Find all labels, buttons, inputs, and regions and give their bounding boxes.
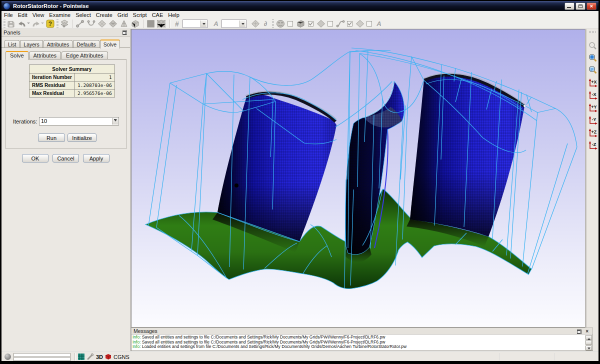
panels-header[interactable]: Panels [2,29,130,36]
messages-header[interactable]: Messages × [131,328,593,334]
menu-help[interactable]: Help [166,12,182,18]
spacing-combo[interactable] [222,20,246,28]
view-minus-z-icon[interactable]: -Z [588,141,598,150]
spacing-combo-arrow[interactable] [240,20,246,27]
domain-checkbox[interactable] [328,21,333,26]
highlight-point [524,105,526,107]
menu-bar: File Edit View Examine Select Create Gri… [2,11,598,18]
menu-file[interactable]: File [2,12,16,18]
tab-solve[interactable]: Solve [100,40,120,48]
partial-derivative-icon[interactable]: ∂ [262,19,270,28]
selection-point[interactable] [234,184,238,188]
toolbar-separator-3 [170,20,170,28]
zoom-selection-icon[interactable] [588,65,598,74]
apply-button[interactable]: Apply [83,154,110,162]
solve-subtabs: Solve Attributes Edge Attributes [6,51,108,59]
status-bar: 3D CGNS [2,352,598,361]
menu-grid[interactable]: Grid [115,12,130,18]
toolbar-separator-1 [72,20,72,28]
toolbar-separator-2 [143,20,144,28]
display-viewport[interactable] [131,29,586,328]
view-minus-y-icon[interactable]: -Y [588,116,598,126]
dimension-combo[interactable] [182,20,208,28]
tab-defaults[interactable]: Defaults [73,40,100,48]
close-button[interactable]: × [586,2,596,10]
connector-display-icon[interactable] [336,19,345,28]
spacing-display-icon[interactable]: A [374,19,384,28]
menu-edit[interactable]: Edit [16,12,30,18]
restore-button[interactable] [576,2,586,10]
unstructured-grid-icon[interactable] [156,19,166,28]
scroll-up-button[interactable] [586,335,592,340]
tab-layers[interactable]: Layers [20,40,43,48]
redo-icon[interactable] [31,19,40,28]
database-display-icon[interactable] [355,19,364,28]
messages-float-icon[interactable] [577,330,582,334]
view-plus-z-icon[interactable]: +Z [588,128,598,138]
toolbar-drag-handle[interactable] [4,20,6,28]
save-icon[interactable] [6,19,16,28]
ok-button[interactable]: OK [22,154,48,162]
subtab-solve[interactable]: Solve [6,51,28,60]
solve-page: Solver Summary Iteration Number 1 RMS Re… [6,59,126,149]
messages-log[interactable]: Info: Saved all entities and settings to… [131,334,593,351]
menu-script[interactable]: Script [130,12,150,18]
dimension-icon[interactable]: # [172,19,182,28]
undo-icon[interactable] [17,19,26,28]
menu-examine[interactable]: Examine [46,12,73,18]
tab-list[interactable]: List [4,40,20,48]
menu-select[interactable]: Select [73,12,94,18]
run-button[interactable]: Run [38,134,65,142]
dimension-combo-arrow[interactable] [200,20,206,27]
title-bar[interactable]: RotorStatorRotor - Pointwise × [2,1,598,11]
subtab-edge-attributes[interactable]: Edge Attributes [62,52,108,59]
view-plus-y-icon[interactable]: +Y [588,104,598,113]
database-checkbox[interactable] [366,21,372,26]
create-structured-domain-icon[interactable] [108,19,118,28]
toolbar-drag-handle-3[interactable] [272,20,274,28]
layer-stack-icon[interactable] [60,19,70,28]
tab-attributes[interactable]: Attributes [44,40,72,48]
undo-dropdown-icon[interactable] [27,19,30,28]
view-minus-x-icon[interactable]: -X [588,91,598,100]
menu-cae[interactable]: CAE [150,12,166,18]
create-curve-icon[interactable] [86,19,96,28]
panels-dock: Panels List Layers Attributes Defaults S… [2,29,130,352]
domain-display-icon[interactable] [316,19,326,28]
mask-icon[interactable] [276,19,286,28]
row-label: Max Residual [30,90,75,98]
scroll-down-button[interactable] [586,346,592,350]
messages-close-icon[interactable]: × [586,328,588,334]
block-display-icon[interactable] [296,19,306,28]
block-checkbox[interactable] [308,21,314,26]
create-extrude-icon[interactable] [119,19,128,28]
initialize-button[interactable]: Initialize [68,134,96,142]
toolbar-drag-handle-2[interactable] [56,20,58,28]
cancel-button[interactable]: Cancel [52,154,79,162]
create-domain-icon[interactable] [97,19,106,28]
spin-buttons[interactable] [112,118,118,124]
scroll-thumb[interactable] [586,340,592,345]
help-icon[interactable]: ? [46,19,54,28]
create-connector-icon[interactable] [75,19,84,28]
minimize-button[interactable] [564,2,574,10]
svg-text:-Y: -Y [592,117,596,122]
view-toolbar-handle[interactable] [589,31,596,33]
svg-text:?: ? [48,20,52,28]
menu-create[interactable]: Create [94,12,115,18]
structured-grid-icon[interactable] [146,19,156,28]
menu-view[interactable]: View [30,12,47,18]
panel-float-icon[interactable] [122,30,127,34]
connector-checkbox[interactable] [347,21,352,26]
mask-checkbox[interactable] [288,21,293,26]
spacing-icon[interactable]: A [212,19,220,28]
iterations-spinbox[interactable]: 10 [39,117,119,126]
redo-dropdown-icon[interactable] [41,19,44,28]
solve-domain-icon[interactable] [250,19,260,28]
zoom-icon[interactable] [588,41,598,50]
create-block-icon[interactable] [130,19,140,28]
subtab-attributes[interactable]: Attributes [29,52,61,59]
zoom-fit-icon[interactable] [588,53,598,62]
view-plus-x-icon[interactable]: +X [588,78,598,88]
messages-scrollbar[interactable] [585,335,592,350]
